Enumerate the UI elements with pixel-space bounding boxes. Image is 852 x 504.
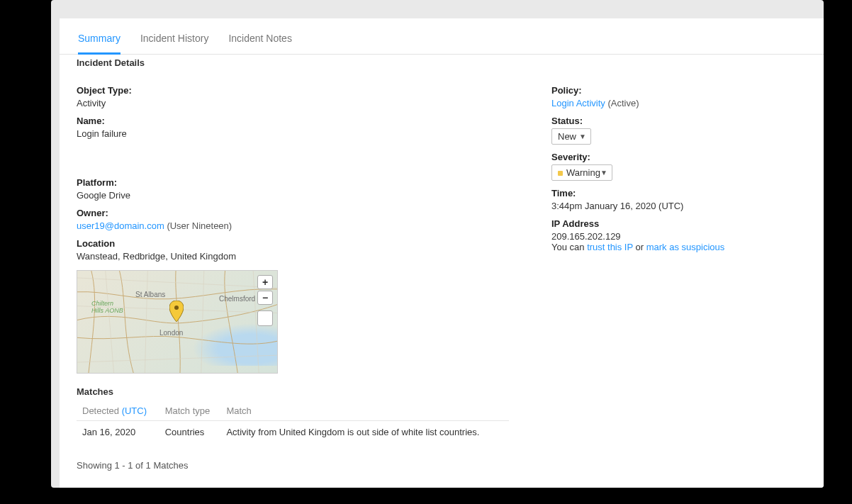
trust-ip-link[interactable]: trust this IP (587, 242, 633, 252)
value-name: Login failure (77, 128, 509, 139)
section-title-incident-details: Incident Details (60, 57, 824, 68)
cell-match-desc: Activity from United Kingdom is out side… (220, 421, 509, 445)
incident-panel: Summary Incident History Incident Notes … (60, 18, 824, 488)
owner-email-link[interactable]: user19@domain.com (77, 220, 164, 231)
caret-down-icon: ▼ (600, 169, 607, 177)
label-severity: Severity: (551, 152, 807, 162)
tab-summary[interactable]: Summary (78, 28, 120, 55)
value-platform: Google Drive (77, 190, 509, 201)
mark-suspicious-link[interactable]: mark as suspicious (646, 242, 725, 252)
label-ip: IP Address (551, 218, 807, 229)
tab-incident-notes[interactable]: Incident Notes (228, 28, 292, 54)
ip-action-prefix: You can (551, 242, 587, 252)
value-ip: 209.165.202.129 (551, 231, 807, 242)
svg-point-0 (174, 306, 179, 310)
col-match: Match (220, 401, 509, 421)
col-match-type: Match type (159, 401, 221, 421)
table-row: Jan 16, 2020 Countries Activity from Uni… (77, 421, 509, 445)
map-label-chelmsford: Chelmsford (219, 295, 255, 303)
label-owner: Owner: (77, 208, 509, 218)
label-status: Status: (551, 116, 807, 126)
caret-down-icon: ▼ (579, 133, 586, 140)
label-policy: Policy: (551, 85, 807, 96)
value-location: Wanstead, Redbridge, United Kingdom (77, 251, 509, 262)
map-label-stalbans: St Albans (135, 291, 165, 298)
location-map[interactable]: Chiltern Hills AONB St Albans Chelmsford… (77, 270, 278, 374)
section-title-matches: Matches (77, 386, 509, 397)
value-time: 3:44pm January 16, 2020 (UTC) (551, 201, 807, 211)
label-object-type: Object Type: (77, 85, 509, 96)
map-label-park: Chiltern Hills AONB (91, 301, 127, 315)
cell-match-type: Countries (159, 421, 221, 445)
severity-indicator-icon (558, 171, 563, 176)
col-detected-label: Detected (82, 405, 122, 416)
matches-pagination-text: Showing 1 - 1 of 1 Matches (77, 460, 509, 471)
label-location: Location (77, 238, 509, 249)
status-select-value: New (558, 131, 576, 142)
map-zoom-in-button[interactable]: + (257, 275, 273, 289)
policy-state: (Active) (608, 98, 639, 108)
cell-detected: Jan 16, 2020 (77, 421, 159, 445)
tab-incident-history[interactable]: Incident History (140, 28, 208, 54)
col-detected-tz-link[interactable]: (UTC) (122, 405, 147, 416)
map-label-london: London (159, 329, 183, 337)
status-select[interactable]: New ▼ (551, 128, 591, 145)
severity-select-value: Warning (566, 167, 600, 178)
map-zoom-out-button[interactable]: − (257, 291, 273, 305)
map-layer-button[interactable] (257, 310, 273, 326)
matches-table: Detected (UTC) Match type Match Jan 16, … (77, 401, 509, 444)
policy-link[interactable]: Login Activity (551, 98, 605, 108)
ip-action-or: or (636, 242, 646, 252)
map-marker-icon (169, 301, 184, 322)
label-platform: Platform: (77, 177, 509, 188)
severity-select[interactable]: Warning ▼ (551, 164, 612, 181)
label-name: Name: (77, 116, 509, 126)
tabs: Summary Incident History Incident Notes (60, 18, 824, 55)
label-time: Time: (551, 188, 807, 198)
owner-display-name: (User Nineteen) (167, 220, 232, 231)
value-object-type: Activity (77, 98, 509, 108)
col-detected: Detected (UTC) (77, 401, 159, 421)
